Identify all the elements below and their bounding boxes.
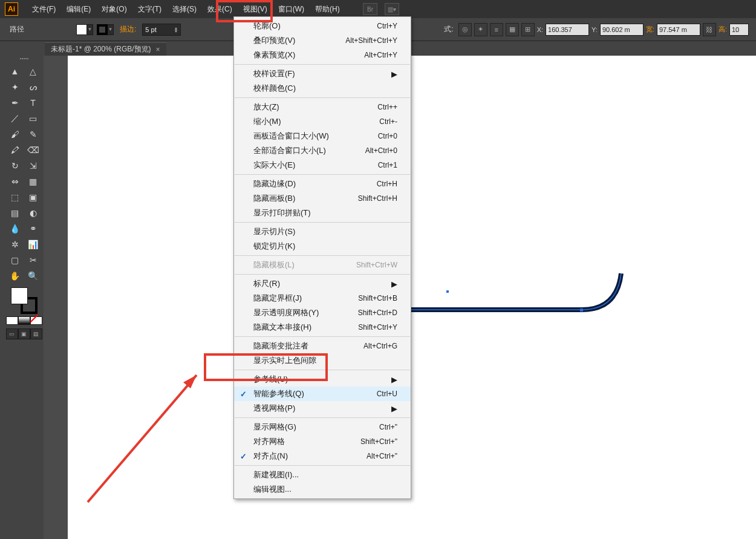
bridge-button[interactable]: Br [363,3,377,15]
view-menu-item[interactable]: 像素预览(X)Alt+Ctrl+Y [234,48,411,62]
rotate-tool[interactable]: ↻ [6,158,24,174]
menu-item-label: 标尺(R) [253,278,280,289]
graph-tool[interactable]: 📊 [24,237,42,252]
view-menu-item[interactable]: 全部适合窗口大小(L)Alt+Ctrl+0 [234,143,411,158]
direct-select-tool[interactable]: △ [24,64,42,79]
close-tab-icon[interactable]: × [156,45,160,54]
slice-tool[interactable]: ✂ [24,252,42,268]
view-menu-item[interactable]: 显示切片(S) [234,224,411,239]
line-tool[interactable]: ／ [6,111,24,126]
scale-tool[interactable]: ⇲ [24,158,42,174]
menu-type[interactable]: 文字(T) [132,0,167,18]
view-menu-item[interactable]: 新建视图(I)... [234,468,411,482]
menu-effect[interactable]: 效果(C) [202,0,238,18]
view-menu-item[interactable]: 缩小(M)Ctrl+- [234,114,411,129]
link-wh-icon[interactable]: ⛓ [703,23,716,36]
eyedropper-tool[interactable]: 💧 [6,221,24,237]
view-menu-item[interactable]: 叠印预览(V)Alt+Shift+Ctrl+Y [234,33,411,48]
color-mode-row[interactable] [6,316,42,325]
magic-wand-tool[interactable]: ✦ [6,79,24,95]
mesh-tool[interactable]: ▤ [6,205,24,221]
view-menu-item[interactable]: 标尺(R)▶ [234,276,411,291]
arrange-button[interactable]: ▥▾ [385,3,399,15]
opacity-icon[interactable]: ◎ [458,23,472,36]
gradient-tool[interactable]: ◐ [24,205,42,221]
symbol-sprayer-tool[interactable]: ✲ [6,237,24,252]
pen-tool[interactable]: ✒ [6,95,24,111]
view-menu-item[interactable]: 透视网格(P)▶ [234,401,411,416]
reference-point-icon[interactable]: ⊞ [521,23,535,36]
h-field[interactable]: 10 [729,24,749,36]
blob-brush-tool[interactable]: 🖍 [6,142,24,158]
screen-mode-row[interactable]: ▭▣▤ [6,328,42,339]
menu-item-shortcut: Shift+Ctrl+W [356,261,397,269]
menu-item-shortcut: Ctrl+H [377,180,397,188]
view-menu-item[interactable]: 隐藏边缘(D)Ctrl+H [234,177,411,191]
view-menu-item[interactable]: 隐藏文本串接(H)Shift+Ctrl+Y [234,320,411,335]
view-menu-item[interactable]: 放大(Z)Ctrl++ [234,100,411,114]
align-icon[interactable]: ≡ [490,23,503,36]
view-menu-item[interactable]: 校样颜色(C) [234,81,411,96]
menu-item-shortcut: Ctrl+- [379,117,397,126]
view-menu-item[interactable]: 轮廓(O)Ctrl+Y [234,19,411,33]
y-field[interactable]: 90.602 m [600,24,644,36]
fill-swatch[interactable]: ▼ [76,24,93,35]
view-menu-item[interactable]: ✓对齐点(N)Alt+Ctrl+" [234,449,411,463]
menu-edit[interactable]: 编辑(E) [61,0,96,18]
x-field[interactable]: 160.357 [546,24,589,36]
blend-tool[interactable]: ⚭ [24,221,42,237]
menu-file[interactable]: 文件(F) [27,0,61,18]
view-menu-item[interactable]: 隐藏渐变批注者Alt+Ctrl+G [234,339,411,353]
view-menu-item[interactable]: 显示透明度网格(Y)Shift+Ctrl+D [234,305,411,320]
view-menu-item[interactable]: 校样设置(F)▶ [234,67,411,81]
menu-bar: Ai 文件(F)编辑(E)对象(O)文字(T)选择(S)效果(C)视图(V)窗口… [0,0,756,18]
menu-item-shortcut: Shift+Ctrl+H [358,194,397,203]
menu-help[interactable]: 帮助(H) [310,0,345,18]
menu-item-label: 校样颜色(C) [253,83,296,94]
view-menu-item[interactable]: 显示网格(G)Ctrl+" [234,420,411,434]
menu-item-label: 隐藏定界框(J) [253,293,302,304]
free-transform-tool[interactable]: ▦ [24,174,42,189]
rectangle-tool[interactable]: ▭ [24,111,42,126]
menu-select[interactable]: 选择(S) [167,0,202,18]
submenu-arrow-icon: ▶ [391,404,397,413]
shape-builder-tool[interactable]: ⬚ [6,189,24,205]
view-menu-item[interactable]: 画板适合窗口大小(W)Ctrl+0 [234,129,411,143]
type-tool[interactable]: T [24,95,42,111]
zoom-tool[interactable]: 🔍 [24,268,42,284]
view-menu-item[interactable]: 隐藏定界框(J)Shift+Ctrl+B [234,291,411,305]
menu-item-label: 隐藏边缘(D) [253,178,296,189]
eraser-tool[interactable]: ⌫ [24,142,42,158]
stroke-weight-field[interactable]: 5 pt▲▼ [142,24,181,36]
view-menu-item[interactable]: 显示实时上色间隙 [234,353,411,368]
document-tab[interactable]: 未标题-1* @ 200% (RGB/预览) × [45,42,166,56]
view-menu-item[interactable]: 编辑视图... [234,482,411,497]
menu-item-label: 锁定切片(K) [253,241,295,252]
menu-object[interactable]: 对象(O) [96,0,132,18]
menu-window[interactable]: 窗口(W) [273,0,310,18]
artboard-tool[interactable]: ▢ [6,252,24,268]
stroke-swatch[interactable]: ▼ [97,24,114,35]
width-tool[interactable]: ⇔ [6,174,24,189]
lasso-tool[interactable]: ᔕ [24,79,42,95]
view-menu-item[interactable]: 锁定切片(K) [234,239,411,253]
view-menu-item[interactable]: 参考线(U)▶ [234,372,411,387]
recolor-icon[interactable]: ✶ [474,23,487,36]
h-label: 高: [719,25,727,34]
brush-tool[interactable]: 🖌 [6,126,24,142]
pencil-tool[interactable]: ✎ [24,126,42,142]
menu-item-label: 画板适合窗口大小(W) [253,131,329,142]
view-menu-item[interactable]: 显示打印拼贴(T) [234,206,411,220]
menu-view[interactable]: 视图(V) [238,0,273,18]
select-tool[interactable]: ▲ [6,64,24,79]
view-menu-item[interactable]: ✓智能参考线(Q)Ctrl+U [234,387,411,401]
view-menu-item[interactable]: 对齐网格Shift+Ctrl+" [234,434,411,449]
toolbox: ▲△✦ᔕ✒T／▭🖌✎🖍⌫↻⇲⇔▦⬚▣▤◐💧⚭✲📊▢✂✋🔍 ▭▣▤ [4,56,44,539]
hand-tool[interactable]: ✋ [6,268,24,284]
fill-stroke-control[interactable] [11,287,37,314]
view-menu-item[interactable]: 隐藏画板(B)Shift+Ctrl+H [234,191,411,206]
perspective-tool[interactable]: ▣ [24,189,42,205]
view-menu-item[interactable]: 实际大小(E)Ctrl+1 [234,158,411,172]
transform-icon[interactable]: ▦ [506,23,519,36]
w-field[interactable]: 97.547 m [657,24,700,36]
